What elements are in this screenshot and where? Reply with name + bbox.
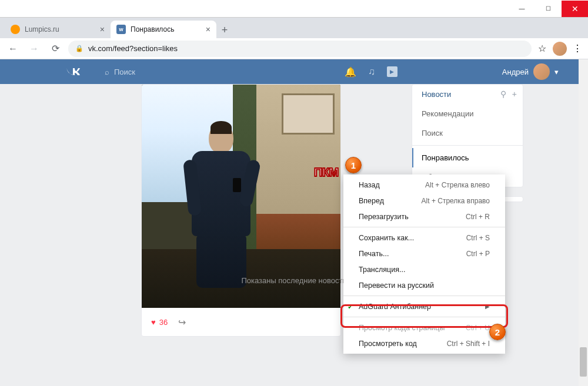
tab-lumpics[interactable]: Lumpics.ru ×: [5, 21, 111, 38]
plus-icon[interactable]: +: [512, 89, 517, 99]
vk-logo-icon[interactable]: [65, 63, 81, 80]
window-titlebar: — ☐ ✕: [0, 0, 588, 18]
ctx-label: Перевести на русский: [359, 281, 434, 290]
bookmark-star-button[interactable]: ☆: [536, 43, 548, 55]
ctx-shortcut: Alt + Стрелка вправо: [422, 197, 490, 205]
ctx-shortcut: Ctrl + P: [466, 250, 490, 258]
ctx-shortcut: Alt + Стрелка влево: [425, 181, 490, 189]
search-placeholder: Поиск: [114, 68, 135, 76]
sidebar-item-label: Понравилось: [422, 153, 469, 162]
sidebar-item-recommendations[interactable]: Рекомендации: [412, 104, 523, 123]
sidebar-item-label: Новости: [422, 90, 451, 99]
chevron-down-icon: ▾: [554, 68, 559, 76]
sidebar-item-label: Рекомендации: [422, 109, 474, 118]
sidebar-item-label: Поиск: [422, 129, 443, 137]
like-count: 36: [159, 318, 168, 327]
feed-sidebar: Новости ⚲ + Рекомендации Поиск Понравило…: [412, 84, 523, 187]
tab-title: Lumpics.ru: [25, 25, 59, 33]
ctx-item-inspect[interactable]: Просмотреть код Ctrl + Shift + I: [343, 335, 505, 351]
check-icon: ✓: [348, 303, 353, 311]
divider: [343, 317, 505, 317]
divider: [343, 227, 505, 227]
post-card: ♥ 36 ↪: [141, 84, 341, 337]
chevron-right-icon: ▶: [485, 303, 490, 310]
address-bar[interactable]: 🔒 vk.com/feed?section=likes: [68, 41, 532, 57]
divider: [343, 296, 505, 296]
ctx-label: Перезагрузить: [359, 213, 409, 221]
share-button[interactable]: ↪: [178, 317, 186, 328]
ctx-label: Назад: [359, 181, 380, 189]
close-icon[interactable]: ×: [100, 25, 105, 34]
vertical-scrollbar[interactable]: [579, 59, 588, 386]
ctx-label: Просмотр кода страницы: [359, 324, 445, 332]
ctx-item-reload[interactable]: Перезагрузить Ctrl + R: [343, 209, 505, 224]
ctx-item-save-as[interactable]: Сохранить как... Ctrl + S: [343, 230, 505, 246]
profile-avatar-button[interactable]: [553, 42, 567, 56]
vk-search-box[interactable]: ⌕ Поиск: [105, 63, 240, 80]
favicon-icon: w: [116, 25, 126, 34]
sidebar-item-search[interactable]: Поиск: [412, 123, 523, 143]
ctx-label: Сохранить как...: [359, 234, 414, 242]
vk-header-icons: 🔔 ♫ ▶: [345, 66, 397, 78]
ctx-label: Печать...: [359, 250, 389, 258]
ctx-shortcut: Ctrl + U: [466, 324, 490, 332]
heart-icon: ♥: [151, 318, 156, 327]
user-name: Андрей: [502, 68, 529, 76]
ctx-item-print[interactable]: Печать... Ctrl + P: [343, 246, 505, 261]
sidebar-item-liked[interactable]: Понравилось: [412, 148, 523, 167]
ctx-shortcut: Ctrl + S: [466, 234, 490, 242]
ctx-item-translate[interactable]: Перевести на русский: [343, 277, 505, 293]
browser-tab-strip: Lumpics.ru × w Понравилось × +: [0, 18, 588, 38]
filter-icon[interactable]: ⚲: [500, 89, 506, 99]
ctx-label: Просмотреть код: [359, 340, 417, 348]
like-button[interactable]: ♥ 36: [151, 318, 168, 327]
window-maximize-button[interactable]: ☐: [535, 1, 562, 17]
play-icon[interactable]: ▶: [387, 66, 397, 77]
callout-label-pkm: ПКМ: [314, 166, 339, 179]
nav-forward-button[interactable]: →: [26, 41, 42, 57]
sidebar-item-news[interactable]: Новости ⚲ +: [412, 85, 523, 104]
ctx-item-back[interactable]: Назад Alt + Стрелка влево: [343, 177, 505, 193]
lock-icon: 🔒: [75, 45, 83, 52]
scrollbar-thumb[interactable]: [580, 347, 587, 377]
ctx-item-adguard[interactable]: ✓ AdGuard Антибаннер ▶: [343, 298, 505, 314]
vk-header: ⌕ Поиск 🔔 ♫ ▶ Андрей ▾: [0, 59, 588, 84]
vk-user-menu[interactable]: Андрей ▾: [502, 63, 559, 80]
ctx-label: Вперед: [359, 197, 384, 205]
browser-toolbar: ← → ⟳ 🔒 vk.com/feed?section=likes ☆ ⋮: [0, 38, 588, 59]
ctx-label: AdGuard Антибаннер: [359, 303, 431, 311]
tab-vk-liked[interactable]: w Понравилось ×: [111, 21, 216, 38]
callout-badge-1: 1: [345, 157, 362, 173]
music-icon[interactable]: ♫: [368, 66, 375, 77]
window-close-button[interactable]: ✕: [562, 1, 588, 17]
callout-badge-2: 2: [489, 324, 506, 340]
ctx-label: Трансляция...: [359, 266, 405, 274]
ctx-item-view-source[interactable]: Просмотр кода страницы Ctrl + U: [343, 320, 505, 335]
nav-back-button[interactable]: ←: [5, 41, 21, 57]
new-tab-button[interactable]: +: [216, 22, 233, 38]
ctx-item-cast[interactable]: Трансляция...: [343, 261, 505, 277]
window-minimize-button[interactable]: —: [509, 1, 535, 17]
ctx-item-forward[interactable]: Вперед Alt + Стрелка вправо: [343, 193, 505, 209]
close-icon[interactable]: ×: [206, 25, 211, 34]
divider: [412, 145, 523, 146]
ctx-shortcut: Ctrl + Shift + I: [447, 340, 490, 348]
post-actions: ♥ 36 ↪: [142, 308, 340, 336]
context-menu: Назад Alt + Стрелка влево Вперед Alt + С…: [343, 174, 505, 354]
ctx-shortcut: Ctrl + R: [466, 213, 490, 221]
notifications-icon[interactable]: 🔔: [345, 66, 356, 78]
feed-column: ♥ 36 ↪: [141, 84, 341, 337]
search-icon: ⌕: [105, 68, 109, 76]
browser-menu-button[interactable]: ⋮: [572, 43, 583, 55]
nav-reload-button[interactable]: ⟳: [47, 41, 64, 57]
avatar: [533, 63, 550, 80]
favicon-icon: [11, 25, 20, 34]
tab-title: Понравилось: [131, 25, 174, 33]
url-text: vk.com/feed?section=likes: [88, 44, 178, 53]
